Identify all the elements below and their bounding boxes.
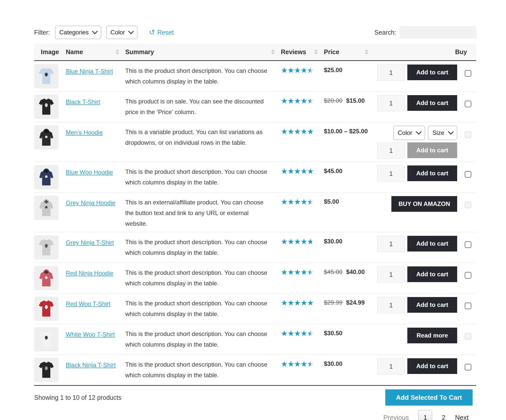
star-icons-filled: ★★★★★ [281,360,310,368]
product-name-link[interactable]: Black Ninja T-Shirt [66,362,116,368]
sort-icon[interactable] [365,49,368,54]
buy-checkbox[interactable] [465,171,471,178]
buy-checkbox[interactable] [465,303,471,309]
size-variant-select[interactable]: Size [428,126,457,140]
quantity-input[interactable] [377,165,405,182]
add-to-cart-button[interactable]: Add to cart [407,142,457,158]
product-thumbnail[interactable] [34,95,58,119]
toolbar: Filter: Categories Color ↺ Reset Search: [34,25,476,39]
product-name-link[interactable]: Black T-Shirt [66,98,100,105]
quantity-input[interactable] [377,95,405,111]
product-thumbnail[interactable] [34,358,58,382]
product-name-link[interactable]: Red Ninja Hoodie [66,270,113,277]
categories-filter-select[interactable]: Categories [55,26,101,39]
buy-button[interactable]: Read more [407,328,457,343]
product-summary: This is the product short description. Y… [125,266,281,290]
quantity-input[interactable] [377,358,405,374]
product-summary: This is the product short description. Y… [125,358,281,382]
add-to-cart-button[interactable]: Add to cart [407,95,457,111]
column-header-label: Name [66,48,83,56]
hoodie-image [38,168,54,186]
product-name-link[interactable]: Blue Woo Hoodie [66,169,113,176]
buy-checkbox[interactable] [465,272,471,279]
reset-link[interactable]: ↺ Reset [149,29,174,36]
product-name-link[interactable]: Grey Ninja Hoodie [66,199,115,206]
current-price: $24.99 [346,299,365,306]
quantity-input[interactable] [377,236,405,252]
tshirt-image [38,98,54,116]
column-header-label: Image [41,48,59,56]
product-row: Grey Ninja T-Shirt This is the product s… [34,232,476,263]
pagination-page-2[interactable]: 2 [442,414,445,420]
add-to-cart-button[interactable]: Add to cart [407,165,457,181]
color-filter-select[interactable]: Color [106,26,137,39]
search-box: Search: [374,26,476,38]
product-thumbnail[interactable] [34,64,58,88]
product-thumbnail[interactable] [34,196,58,220]
buy-checkbox[interactable] [465,101,471,107]
add-to-cart-button[interactable]: Add to cart [407,236,457,251]
column-header-summary[interactable]: Summary [125,48,281,56]
product-row: Red Woo T-Shirt This is the product shor… [34,293,476,324]
buy-checkbox[interactable] [465,364,471,370]
quantity-input[interactable] [377,266,405,283]
quantity-input[interactable] [377,142,405,159]
quantity-row: Add to cart [377,297,457,313]
pagination-page-1[interactable]: 1 [418,410,432,420]
column-header-price[interactable]: Price [324,48,374,56]
column-header-name[interactable]: Name [66,48,125,56]
quantity-input[interactable] [377,65,405,81]
search-label: Search: [374,29,396,36]
product-price: $29.99 $24.99 [324,297,374,321]
star-icons-filled: ★★★★★ [281,330,310,337]
buy-button[interactable]: BUY ON AMAZON [391,196,457,212]
add-to-cart-button[interactable]: Add to cart [407,266,457,282]
color-variant-select[interactable]: Color [393,126,425,140]
star-rating: ★★★★★ ★★★★★ [281,167,313,175]
sort-icon[interactable] [314,49,318,54]
column-header-image: Image [34,48,66,56]
pagination-previous[interactable]: Previous [383,414,409,420]
quantity-row: Add to cart [377,165,457,182]
pagination-next[interactable]: Next [455,414,469,420]
product-row: White Woo T-Shirt This is the product sh… [34,324,476,355]
sort-icon[interactable] [271,49,275,54]
product-name-link[interactable]: Grey Ninja T-Shirt [66,239,114,246]
product-thumbnail[interactable] [34,297,58,321]
star-icons-filled: ★★★★★ [281,167,313,175]
product-thumbnail[interactable] [34,327,58,351]
add-selected-to-cart-button[interactable]: Add Selected To Cart [385,389,473,406]
product-name-link[interactable]: White Woo T-Shirt [66,331,115,338]
product-name-link[interactable]: Red Woo T-Shirt [66,300,111,307]
product-name-link[interactable]: Men's Hoodie [66,129,103,136]
product-thumbnail[interactable] [34,235,58,260]
column-header-label: Price [324,48,339,56]
buy-checkbox[interactable] [465,70,471,77]
buy-checkbox[interactable] [465,131,471,138]
star-icons-filled: ★★★★★ [281,268,310,276]
product-summary: This is the product short description. Y… [125,64,281,88]
buy-checkbox[interactable] [465,241,471,248]
product-name-link[interactable]: Blue Ninja T-Shirt [66,68,113,75]
hoodie-image [38,269,54,287]
star-icons-filled: ★★★★★ [281,67,310,74]
add-to-cart-button[interactable]: Add to cart [407,358,457,374]
product-thumbnail[interactable] [34,165,58,189]
quantity-input[interactable] [377,297,405,313]
buy-checkbox[interactable] [465,333,471,340]
filter-label: Filter: [34,29,50,36]
product-thumbnail[interactable] [34,125,58,150]
sort-icon[interactable] [116,49,119,54]
current-price: $40.00 [346,268,365,275]
quantity-row: Add to cart [377,65,457,81]
product-thumbnail[interactable] [34,266,58,290]
add-to-cart-button[interactable]: Add to cart [407,297,457,313]
star-rating: ★★★★★ ★★★★★ [281,97,313,105]
column-header-reviews[interactable]: Reviews [281,48,324,56]
star-icons-filled: ★★★★★ [281,238,312,245]
add-to-cart-button[interactable]: Add to cart [407,65,457,80]
star-rating: ★★★★★ ★★★★★ [281,360,313,368]
pagination: Previous 1 2 Next [34,410,469,420]
search-input[interactable] [400,26,476,38]
buy-checkbox[interactable] [465,202,471,208]
